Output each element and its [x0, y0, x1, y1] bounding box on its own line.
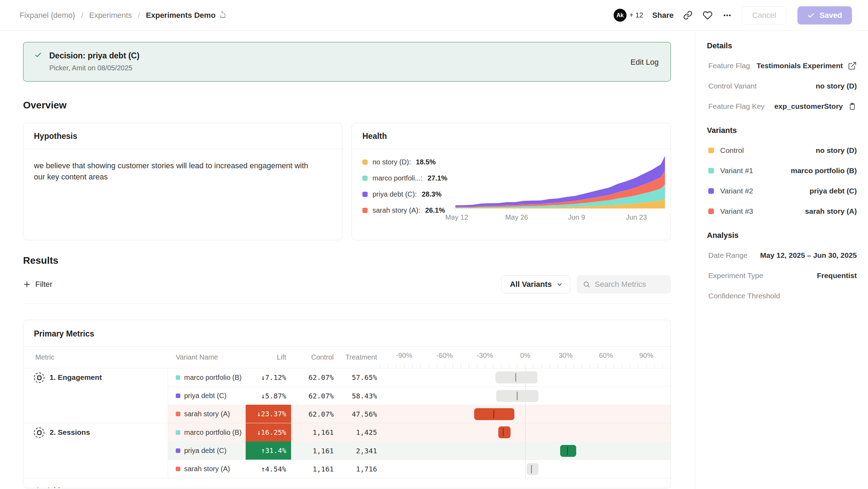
- treatment-value-cell: 1,716: [335, 460, 378, 478]
- confidence-interval-bar: [496, 371, 537, 383]
- copy-link-icon[interactable]: [683, 10, 693, 21]
- control-value-cell: 1,161: [291, 423, 335, 441]
- variant-color-swatch: [708, 148, 714, 153]
- ci-axis-tick: [493, 363, 493, 368]
- confidence-interval-bar: [474, 408, 515, 420]
- ci-axis-tick: [412, 363, 413, 368]
- ci-axis-tick: [396, 363, 396, 368]
- hypothesis-text: we believe that showing customer stories…: [23, 149, 324, 194]
- metric-target-icon: [34, 427, 44, 438]
- variant-row: Controlno story (D): [707, 146, 857, 155]
- add-metric-label: Add: [46, 486, 60, 488]
- health-legend: no story (D): 18.5%marco portfoli...: 27…: [362, 158, 447, 214]
- ci-axis-tick: [557, 363, 558, 368]
- ci-axis-label: 60%: [599, 352, 613, 360]
- health-legend-item: priya debt (C): 28.3%: [362, 190, 447, 198]
- legend-label: no story (D):: [372, 158, 411, 166]
- ci-axis-label: 90%: [639, 352, 653, 360]
- ci-axis-tick: [598, 363, 598, 368]
- variant-color-swatch: [362, 160, 368, 165]
- saved-button[interactable]: Saved: [797, 6, 852, 24]
- metric-target-icon: [34, 373, 44, 383]
- legend-label: priya debt (C):: [372, 190, 417, 198]
- column-header-variant: Variant Name: [168, 347, 246, 368]
- ci-axis-tick: [485, 363, 485, 368]
- analysis-label: Confidence Threshold: [708, 292, 780, 300]
- detail-label: Control Variant: [708, 82, 757, 90]
- ci-axis-tick: [630, 363, 630, 368]
- x-axis-tick: [635, 208, 635, 212]
- variant-value: no story (D): [816, 146, 857, 155]
- analysis-row: Confidence Threshold: [707, 291, 857, 301]
- confidence-interval-axis: -90%-60%-30%0%30%60%90%: [378, 347, 671, 368]
- share-button[interactable]: Share: [652, 11, 674, 20]
- edit-log-link[interactable]: Edit Log: [630, 58, 659, 67]
- details-heading: Details: [707, 41, 857, 50]
- detail-value: exp_customerStory: [774, 102, 857, 111]
- ci-axis-label: -30%: [477, 352, 493, 360]
- breadcrumb-experiments[interactable]: Experiments: [89, 11, 132, 20]
- external-link-icon[interactable]: [848, 61, 857, 70]
- confidence-interval-bar: [527, 463, 539, 475]
- breadcrumb-separator: /: [138, 11, 140, 20]
- ci-axis-tick: [541, 363, 542, 368]
- breadcrumb-separator: /: [81, 11, 83, 20]
- avatar-overflow-count[interactable]: + 12: [629, 11, 643, 19]
- ci-axis-tick: [606, 363, 606, 368]
- variant-name-cell: priya debt (C): [168, 441, 246, 460]
- detail-label: Feature Flag: [708, 62, 750, 70]
- analysis-heading: Analysis: [707, 231, 857, 240]
- ci-axis-tick: [501, 363, 501, 368]
- legend-value: 27.1%: [427, 174, 447, 182]
- variant-slot-label: Control: [720, 146, 744, 155]
- metric-cell[interactable]: 2. Sessions: [23, 423, 168, 478]
- zero-baseline: [525, 460, 526, 478]
- ci-axis-tick: [453, 363, 453, 368]
- confidence-interval-bar: [560, 445, 576, 457]
- ci-axis-tick: [614, 363, 614, 368]
- ci-axis-tick: [525, 363, 526, 368]
- variants-heading: Variants: [707, 126, 857, 135]
- ci-axis-tick: [428, 363, 429, 368]
- lift-value-cell: ↓23.37%: [246, 405, 291, 423]
- decision-subtitle: Picker, Amit on 08/05/2025: [49, 64, 659, 72]
- variant-color-swatch: [176, 375, 180, 380]
- variant-color-swatch: [362, 176, 368, 181]
- favorite-heart-icon[interactable]: [702, 10, 713, 21]
- metric-cell[interactable]: 1. Engagement: [23, 368, 168, 423]
- control-value-cell: 62.07%: [291, 387, 335, 405]
- ci-axis-tick: [461, 363, 461, 368]
- health-legend-item: marco portfoli...: 27.1%: [362, 174, 447, 182]
- x-axis-label: May 26: [505, 213, 528, 221]
- variant-slot: Variant #2: [708, 187, 753, 195]
- clipboard-icon[interactable]: [848, 102, 857, 111]
- overview-heading: Overview: [23, 100, 695, 111]
- ci-axis-tick: [404, 363, 405, 368]
- zero-baseline: [525, 405, 526, 423]
- health-legend-item: sarah story (A): 26.1%: [362, 206, 447, 214]
- more-options-icon[interactable]: [722, 10, 732, 21]
- analysis-row: Date RangeMay 12, 2025 – Jun 30, 2025: [707, 250, 857, 260]
- variant-name: marco portfolio (B): [184, 374, 242, 382]
- avatar[interactable]: Ak: [614, 9, 627, 22]
- ci-axis-tick: [388, 363, 388, 368]
- add-filter-button[interactable]: Filter: [23, 280, 52, 289]
- variant-name-cell: sarah story (A): [168, 405, 246, 423]
- column-header-metric: Metric: [23, 347, 168, 368]
- ci-axis-label: 0%: [520, 352, 530, 360]
- details-sidebar: Details Feature FlagTestimonials Experim…: [695, 31, 868, 489]
- cancel-button[interactable]: Cancel: [742, 6, 787, 24]
- variant-name-cell: priya debt (C): [168, 387, 246, 405]
- add-metric-button[interactable]: Add: [23, 478, 671, 488]
- variant-slot: Variant #3: [708, 207, 753, 215]
- breadcrumb-project[interactable]: Fixpanel {demo}: [20, 11, 75, 20]
- all-variants-dropdown[interactable]: All Variants: [501, 275, 570, 293]
- detail-value-text: exp_customerStory: [774, 102, 843, 111]
- ci-axis-tick: [509, 363, 509, 368]
- treatment-value-cell: 58.43%: [335, 387, 378, 405]
- breadcrumb-current[interactable]: Experiments Demo: [146, 10, 227, 21]
- detail-value[interactable]: Testimonials Experiment: [757, 61, 857, 70]
- variant-color-swatch: [176, 394, 180, 398]
- metric-section: 2. Sessionsmarco portfolio (B)↓16.25%1,1…: [23, 423, 671, 478]
- search-metrics-input[interactable]: [595, 280, 665, 289]
